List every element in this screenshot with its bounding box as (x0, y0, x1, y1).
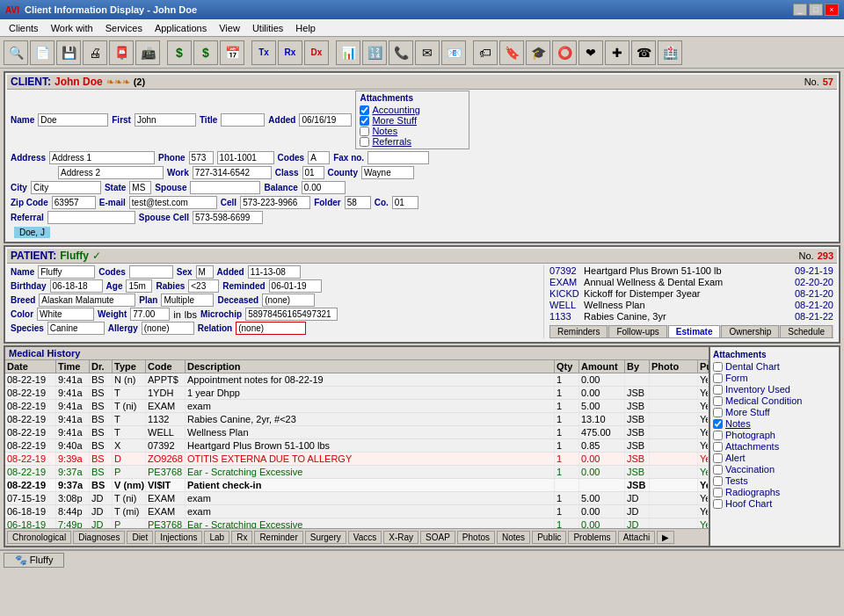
table-row[interactable]: 08-22-19 9:41a BS T WELL Wellness Plan 1… (5, 426, 709, 439)
attach-notes-check[interactable] (360, 127, 369, 136)
tab-reminders[interactable]: Reminders (549, 325, 608, 337)
client-added-field[interactable] (299, 113, 352, 127)
attach-inventory-label[interactable]: Inventory Used (725, 384, 790, 395)
attach-morestuff[interactable]: More Stuff (360, 115, 465, 126)
client-codes-field[interactable] (308, 151, 330, 164)
attach-form-check[interactable] (713, 373, 723, 383)
attach-dental-label[interactable]: Dental Chart (725, 361, 780, 372)
window-controls[interactable]: _ □ × (793, 4, 839, 16)
attach-accounting-label[interactable]: Accounting (372, 105, 419, 115)
label-button[interactable]: 🏷 (473, 40, 498, 65)
tab-problems[interactable]: Problems (568, 531, 615, 544)
attach-inventory-check[interactable] (713, 385, 723, 395)
client-zip-field[interactable] (52, 196, 96, 209)
attach-accounting[interactable]: Accounting (360, 105, 465, 115)
tab-diet[interactable]: Diet (127, 531, 153, 544)
hat-button[interactable]: 🎓 (526, 40, 550, 65)
payment-button[interactable]: $ (167, 40, 192, 65)
client-title-field[interactable] (221, 113, 265, 127)
client-balance-field[interactable] (302, 181, 346, 194)
table-row[interactable]: 08-22-19 9:37a BS P PE3768 Ear - Scratch… (5, 466, 709, 479)
attach-vaccination-check[interactable] (713, 465, 723, 475)
tab-diagnoses[interactable]: Diagnoses (73, 531, 125, 544)
tab-notes[interactable]: Notes (497, 531, 530, 544)
tab-chronological[interactable]: Chronological (7, 531, 71, 544)
doe-j-bar[interactable]: Doe, J (14, 227, 50, 238)
tag-button[interactable]: 🔖 (499, 40, 524, 65)
patient-microchip-field[interactable] (245, 308, 338, 321)
tab-vaccs[interactable]: Vaccs (348, 531, 382, 544)
attach-hoof-check[interactable] (713, 499, 723, 509)
attach-hoof-label[interactable]: Hoof Chart (725, 498, 772, 509)
patient-plan-field[interactable] (161, 294, 214, 307)
patient-breed-field[interactable] (39, 294, 135, 307)
client-spousecell-field[interactable] (193, 211, 263, 224)
attach-attachments[interactable]: Attachments (713, 441, 836, 452)
calc-button[interactable]: 🔢 (362, 40, 387, 65)
attach-vaccination[interactable]: Vaccination (713, 464, 836, 475)
attach-notes-right-check[interactable] (713, 419, 723, 429)
attach-inventory[interactable]: Inventory Used (713, 384, 836, 395)
client-spouse-field[interactable] (190, 181, 260, 194)
circle-button[interactable]: ⭕ (552, 40, 577, 65)
tab-more[interactable]: ▶ (657, 531, 674, 544)
attach-vaccination-label[interactable]: Vaccination (725, 464, 775, 475)
patient-species-field[interactable] (47, 322, 105, 335)
tab-xray[interactable]: X-Ray (383, 531, 418, 544)
attach-referrals[interactable]: Referrals (360, 136, 465, 147)
invoice-button[interactable]: $ (193, 40, 218, 65)
client-name-field[interactable] (38, 113, 108, 127)
phone-button[interactable]: 📞 (389, 40, 413, 65)
menu-utilities[interactable]: Utilities (247, 21, 288, 35)
tab-public[interactable]: Public (532, 531, 566, 544)
chart-button[interactable]: 📊 (336, 40, 360, 65)
vet-button[interactable]: 🏥 (658, 40, 682, 65)
attach-notes-right-label[interactable]: Notes (725, 418, 751, 429)
attach-alert-check[interactable] (713, 453, 723, 463)
attach-medcond[interactable]: Medical Condition (713, 395, 836, 406)
attach-photo-label[interactable]: Photograph (725, 430, 775, 440)
patient-reminded-field[interactable] (269, 279, 322, 293)
table-row[interactable]: 08-22-19 9:39a BS D ZO9268 OTITIS EXTERN… (5, 453, 709, 466)
attach-notes-right[interactable]: Notes (713, 418, 836, 429)
client-state-field[interactable] (129, 181, 151, 194)
attach-form-label[interactable]: Form (725, 373, 748, 383)
tab-ownership[interactable]: Ownership (721, 325, 779, 337)
attach-tests[interactable]: Tests (713, 475, 836, 486)
table-row[interactable]: 08-22-19 9:41a BS T 1YDH 1 year Dhpp 1 0… (5, 387, 709, 400)
email-button[interactable]: 📧 (441, 40, 466, 65)
tab-surgery[interactable]: Surgery (305, 531, 346, 544)
client-fax-field[interactable] (367, 151, 429, 164)
patient-name-field[interactable] (38, 265, 95, 279)
attach-tests-label[interactable]: Tests (725, 475, 748, 486)
attach-photo[interactable]: Photograph (713, 430, 836, 440)
attach-alert-label[interactable]: Alert (725, 453, 746, 463)
tab-injections[interactable]: Injections (155, 531, 202, 544)
client-phone-area[interactable] (189, 151, 214, 164)
attach-notes[interactable]: Notes (360, 126, 465, 136)
table-row[interactable]: 08-22-19 9:41a BS T 1132 Rabies Canine, … (5, 413, 709, 426)
calendar-button[interactable]: 📅 (220, 40, 244, 65)
attach-morestuff-label[interactable]: More Stuff (372, 115, 417, 126)
attach-form[interactable]: Form (713, 373, 836, 383)
attach-attachments-check[interactable] (713, 442, 723, 452)
patient-deceased-field[interactable] (262, 294, 315, 307)
tab-soap[interactable]: SOAP (420, 531, 455, 544)
table-row[interactable]: 08-22-19 9:41a BS N (n) APPT$ Appointmen… (5, 373, 709, 387)
print-button[interactable]: 🖨 (83, 40, 107, 65)
patient-color-field[interactable] (37, 308, 94, 321)
table-row[interactable]: 08-22-19 9:41a BS T (ni) EXAM exam 1 5.0… (5, 400, 709, 413)
patient-bday-field[interactable] (50, 279, 103, 293)
attach-dental-check[interactable] (713, 362, 723, 372)
client-phone-field[interactable] (217, 151, 274, 164)
tab-lab[interactable]: Lab (204, 531, 229, 544)
dx-button[interactable]: Dx (304, 40, 329, 65)
attach-notes-label[interactable]: Notes (372, 126, 397, 136)
tab-schedule[interactable]: Schedule (780, 325, 833, 337)
menu-view[interactable]: View (214, 21, 245, 35)
menu-clients[interactable]: Clients (4, 21, 44, 35)
patient-added-field[interactable] (248, 265, 301, 279)
client-referral-field[interactable] (47, 211, 135, 224)
cross-button[interactable]: ✚ (605, 40, 629, 65)
tab-attachi[interactable]: Attachi (618, 531, 656, 544)
